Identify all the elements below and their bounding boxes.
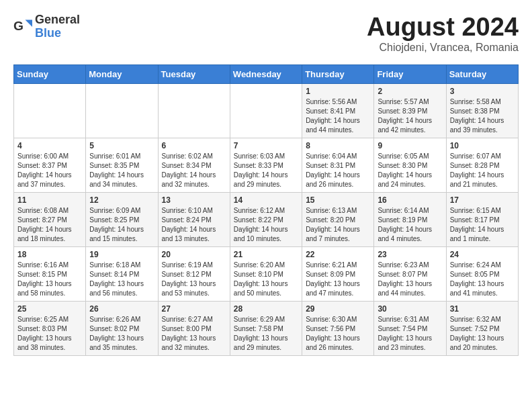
calendar-cell: 3Sunrise: 5:58 AMSunset: 8:38 PMDaylight… (446, 83, 518, 138)
weekday-header: Wednesday (230, 64, 302, 83)
day-number: 3 (450, 87, 515, 96)
cell-content: Sunrise: 6:05 AMSunset: 8:30 PMDaylight:… (378, 152, 442, 189)
calendar-table: SundayMondayTuesdayWednesdayThursdayFrid… (13, 64, 519, 356)
logo-blue-text: Blue (35, 27, 80, 40)
weekday-header: Tuesday (158, 64, 230, 83)
cell-content: Sunrise: 6:07 AMSunset: 8:28 PMDaylight:… (450, 152, 515, 189)
calendar-cell: 13Sunrise: 6:10 AMSunset: 8:24 PMDayligh… (158, 192, 230, 246)
cell-content: Sunrise: 6:01 AMSunset: 8:35 PMDaylight:… (89, 152, 154, 189)
calendar-cell: 17Sunrise: 6:15 AMSunset: 8:17 PMDayligh… (446, 192, 518, 246)
calendar-cell: 1Sunrise: 5:56 AMSunset: 8:41 PMDaylight… (302, 83, 374, 138)
cell-content: Sunrise: 6:09 AMSunset: 8:25 PMDaylight:… (89, 206, 154, 244)
calendar-cell: 8Sunrise: 6:04 AMSunset: 8:31 PMDaylight… (302, 138, 374, 192)
calendar-week-row: 11Sunrise: 6:08 AMSunset: 8:27 PMDayligh… (14, 192, 519, 246)
header: G General Blue August 2024 Chiojdeni, Vr… (13, 13, 519, 54)
calendar-week-row: 1Sunrise: 5:56 AMSunset: 8:41 PMDaylight… (14, 83, 519, 138)
calendar-cell: 19Sunrise: 6:18 AMSunset: 8:14 PMDayligh… (86, 246, 158, 301)
calendar-cell: 22Sunrise: 6:21 AMSunset: 8:09 PMDayligh… (302, 246, 374, 301)
cell-content: Sunrise: 6:27 AMSunset: 8:00 PMDaylight:… (162, 315, 226, 353)
day-number: 12 (89, 195, 154, 205)
calendar-cell: 21Sunrise: 6:20 AMSunset: 8:10 PMDayligh… (230, 246, 302, 301)
cell-content: Sunrise: 6:16 AMSunset: 8:15 PMDaylight:… (17, 261, 82, 298)
cell-content: Sunrise: 6:18 AMSunset: 8:14 PMDaylight:… (89, 261, 154, 298)
day-number: 31 (450, 304, 515, 314)
calendar-cell: 30Sunrise: 6:31 AMSunset: 7:54 PMDayligh… (374, 301, 446, 355)
weekday-header: Thursday (302, 64, 374, 83)
logo-general-text: General (35, 13, 80, 27)
calendar-cell: 6Sunrise: 6:02 AMSunset: 8:34 PMDaylight… (158, 138, 230, 192)
day-number: 19 (89, 250, 154, 259)
weekday-row: SundayMondayTuesdayWednesdayThursdayFrid… (14, 64, 519, 83)
calendar-cell (158, 83, 230, 138)
cell-content: Sunrise: 6:32 AMSunset: 7:52 PMDaylight:… (450, 315, 515, 353)
weekday-header: Friday (374, 64, 446, 83)
day-number: 4 (17, 141, 82, 150)
cell-content: Sunrise: 5:57 AMSunset: 8:39 PMDaylight:… (378, 97, 442, 135)
calendar-cell: 18Sunrise: 6:16 AMSunset: 8:15 PMDayligh… (14, 246, 86, 301)
location: Chiojdeni, Vrancea, Romania (367, 42, 519, 54)
day-number: 16 (378, 195, 442, 205)
day-number: 23 (378, 250, 442, 259)
calendar-week-row: 25Sunrise: 6:25 AMSunset: 8:03 PMDayligh… (14, 301, 519, 355)
calendar-cell: 10Sunrise: 6:07 AMSunset: 8:28 PMDayligh… (446, 138, 518, 192)
weekday-header: Sunday (14, 64, 86, 83)
day-number: 18 (17, 250, 82, 259)
svg-marker-1 (26, 19, 33, 27)
cell-content: Sunrise: 6:13 AMSunset: 8:20 PMDaylight:… (306, 206, 370, 244)
cell-content: Sunrise: 6:26 AMSunset: 8:02 PMDaylight:… (89, 315, 154, 353)
day-number: 17 (450, 195, 515, 205)
day-number: 11 (17, 195, 82, 205)
calendar-cell: 5Sunrise: 6:01 AMSunset: 8:35 PMDaylight… (86, 138, 158, 192)
day-number: 7 (234, 141, 298, 150)
cell-content: Sunrise: 6:31 AMSunset: 7:54 PMDaylight:… (378, 315, 442, 353)
calendar-cell (86, 83, 158, 138)
calendar-week-row: 4Sunrise: 6:00 AMSunset: 8:37 PMDaylight… (14, 138, 519, 192)
cell-content: Sunrise: 6:30 AMSunset: 7:56 PMDaylight:… (306, 315, 370, 353)
day-number: 5 (89, 141, 154, 150)
calendar-cell: 9Sunrise: 6:05 AMSunset: 8:30 PMDaylight… (374, 138, 446, 192)
day-number: 22 (306, 250, 370, 259)
day-number: 15 (306, 195, 370, 205)
day-number: 25 (17, 304, 82, 314)
calendar-cell: 16Sunrise: 6:14 AMSunset: 8:19 PMDayligh… (374, 192, 446, 246)
day-number: 9 (378, 141, 442, 150)
calendar-header: SundayMondayTuesdayWednesdayThursdayFrid… (14, 64, 519, 83)
cell-content: Sunrise: 6:29 AMSunset: 7:58 PMDaylight:… (234, 315, 298, 353)
calendar-cell: 24Sunrise: 6:24 AMSunset: 8:05 PMDayligh… (446, 246, 518, 301)
cell-content: Sunrise: 6:20 AMSunset: 8:10 PMDaylight:… (234, 261, 298, 298)
calendar-cell: 25Sunrise: 6:25 AMSunset: 8:03 PMDayligh… (14, 301, 86, 355)
day-number: 24 (450, 250, 515, 259)
cell-content: Sunrise: 6:10 AMSunset: 8:24 PMDaylight:… (162, 206, 226, 244)
calendar-cell: 2Sunrise: 5:57 AMSunset: 8:39 PMDaylight… (374, 83, 446, 138)
weekday-header: Saturday (446, 64, 518, 83)
calendar-cell: 20Sunrise: 6:19 AMSunset: 8:12 PMDayligh… (158, 246, 230, 301)
title-area: August 2024 Chiojdeni, Vrancea, Romania (367, 13, 519, 54)
day-number: 14 (234, 195, 298, 205)
day-number: 27 (162, 304, 226, 314)
calendar-cell: 12Sunrise: 6:09 AMSunset: 8:25 PMDayligh… (86, 192, 158, 246)
calendar-cell (230, 83, 302, 138)
cell-content: Sunrise: 6:14 AMSunset: 8:19 PMDaylight:… (378, 206, 442, 244)
calendar-cell: 31Sunrise: 6:32 AMSunset: 7:52 PMDayligh… (446, 301, 518, 355)
day-number: 30 (378, 304, 442, 314)
day-number: 13 (162, 195, 226, 205)
cell-content: Sunrise: 5:58 AMSunset: 8:38 PMDaylight:… (450, 97, 515, 135)
calendar-cell: 27Sunrise: 6:27 AMSunset: 8:00 PMDayligh… (158, 301, 230, 355)
calendar-cell: 7Sunrise: 6:03 AMSunset: 8:33 PMDaylight… (230, 138, 302, 192)
cell-content: Sunrise: 6:15 AMSunset: 8:17 PMDaylight:… (450, 206, 515, 244)
svg-text:G: G (13, 19, 24, 33)
cell-content: Sunrise: 6:00 AMSunset: 8:37 PMDaylight:… (17, 152, 82, 189)
day-number: 6 (162, 141, 226, 150)
weekday-header: Monday (86, 64, 158, 83)
cell-content: Sunrise: 6:21 AMSunset: 8:09 PMDaylight:… (306, 261, 370, 298)
cell-content: Sunrise: 6:24 AMSunset: 8:05 PMDaylight:… (450, 261, 515, 298)
day-number: 8 (306, 141, 370, 150)
logo-icon: G (13, 17, 32, 36)
calendar-cell: 29Sunrise: 6:30 AMSunset: 7:56 PMDayligh… (302, 301, 374, 355)
cell-content: Sunrise: 6:12 AMSunset: 8:22 PMDaylight:… (234, 206, 298, 244)
calendar-cell: 23Sunrise: 6:23 AMSunset: 8:07 PMDayligh… (374, 246, 446, 301)
calendar-week-row: 18Sunrise: 6:16 AMSunset: 8:15 PMDayligh… (14, 246, 519, 301)
day-number: 2 (378, 87, 442, 96)
cell-content: Sunrise: 6:23 AMSunset: 8:07 PMDaylight:… (378, 261, 442, 298)
cell-content: Sunrise: 5:56 AMSunset: 8:41 PMDaylight:… (306, 97, 370, 135)
